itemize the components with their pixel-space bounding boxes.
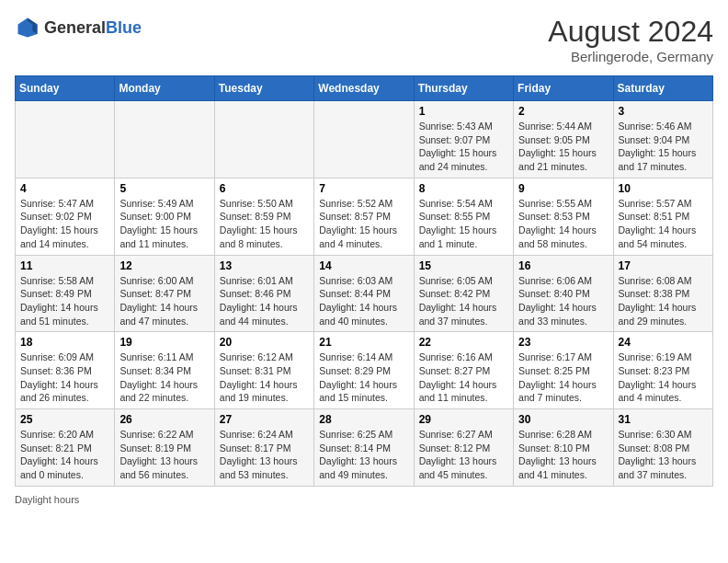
calendar-header-row: Sunday Monday Tuesday Wednesday Thursday… — [16, 76, 713, 101]
day-info: Sunrise: 6:14 AM Sunset: 8:29 PM Dayligh… — [319, 350, 408, 405]
day-number: 4 — [20, 182, 109, 195]
header-thursday: Thursday — [414, 76, 513, 101]
day-number: 19 — [119, 336, 209, 349]
day-number: 7 — [319, 182, 408, 195]
footer-note: Daylight hours — [15, 494, 713, 505]
logo-general: General — [44, 18, 106, 37]
day-number: 21 — [319, 336, 408, 349]
day-number: 17 — [619, 259, 708, 272]
day-number: 31 — [619, 413, 708, 426]
table-row: 28Sunrise: 6:25 AM Sunset: 8:14 PM Dayli… — [314, 409, 414, 487]
day-number: 24 — [619, 336, 708, 349]
day-info: Sunrise: 5:49 AM Sunset: 9:00 PM Dayligh… — [119, 197, 209, 251]
day-info: Sunrise: 6:28 AM Sunset: 8:10 PM Dayligh… — [518, 428, 608, 482]
table-row: 16Sunrise: 6:06 AM Sunset: 8:40 PM Dayli… — [514, 255, 613, 332]
table-row: 23Sunrise: 6:17 AM Sunset: 8:25 PM Dayli… — [514, 332, 613, 409]
calendar-week-row: 18Sunrise: 6:09 AM Sunset: 8:36 PM Dayli… — [16, 332, 713, 409]
day-info: Sunrise: 5:58 AM Sunset: 8:49 PM Dayligh… — [20, 274, 109, 328]
day-info: Sunrise: 6:27 AM Sunset: 8:12 PM Dayligh… — [419, 428, 508, 482]
day-info: Sunrise: 5:54 AM Sunset: 8:55 PM Dayligh… — [419, 197, 508, 251]
table-row: 3Sunrise: 5:46 AM Sunset: 9:04 PM Daylig… — [613, 101, 712, 178]
day-info: Sunrise: 6:12 AM Sunset: 8:31 PM Dayligh… — [220, 350, 309, 405]
day-number: 20 — [220, 336, 309, 349]
title-block: August 2024 Berlingerode, Germany — [548, 15, 713, 64]
page-header: GeneralBlue August 2024 Berlingerode, Ge… — [15, 15, 713, 64]
day-info: Sunrise: 6:06 AM Sunset: 8:40 PM Dayligh… — [518, 274, 608, 328]
table-row: 30Sunrise: 6:28 AM Sunset: 8:10 PM Dayli… — [514, 409, 613, 487]
logo: GeneralBlue — [15, 15, 142, 40]
day-info: Sunrise: 6:22 AM Sunset: 8:19 PM Dayligh… — [119, 428, 209, 482]
day-number: 22 — [419, 336, 508, 349]
table-row: 4Sunrise: 5:47 AM Sunset: 9:02 PM Daylig… — [16, 178, 115, 255]
day-info: Sunrise: 6:19 AM Sunset: 8:23 PM Dayligh… — [619, 350, 708, 405]
header-sunday: Sunday — [16, 76, 115, 101]
table-row: 8Sunrise: 5:54 AM Sunset: 8:55 PM Daylig… — [414, 178, 513, 255]
day-number: 1 — [419, 105, 508, 118]
table-row: 20Sunrise: 6:12 AM Sunset: 8:31 PM Dayli… — [214, 332, 313, 409]
calendar-week-row: 1Sunrise: 5:43 AM Sunset: 9:07 PM Daylig… — [16, 101, 713, 178]
table-row: 29Sunrise: 6:27 AM Sunset: 8:12 PM Dayli… — [414, 409, 513, 487]
month-year: August 2024 — [548, 15, 713, 49]
day-number: 25 — [20, 413, 109, 426]
day-number: 27 — [220, 413, 309, 426]
day-number: 14 — [319, 259, 408, 272]
day-number: 13 — [220, 259, 309, 272]
day-info: Sunrise: 6:05 AM Sunset: 8:42 PM Dayligh… — [419, 274, 508, 328]
table-row: 12Sunrise: 6:00 AM Sunset: 8:47 PM Dayli… — [115, 255, 214, 332]
day-info: Sunrise: 6:20 AM Sunset: 8:21 PM Dayligh… — [20, 428, 109, 482]
table-row: 27Sunrise: 6:24 AM Sunset: 8:17 PM Dayli… — [214, 409, 313, 487]
day-info: Sunrise: 6:03 AM Sunset: 8:44 PM Dayligh… — [319, 274, 408, 328]
day-number: 28 — [319, 413, 408, 426]
day-info: Sunrise: 6:00 AM Sunset: 8:47 PM Dayligh… — [119, 274, 209, 328]
day-info: Sunrise: 5:57 AM Sunset: 8:51 PM Dayligh… — [619, 197, 708, 251]
day-number: 8 — [419, 182, 508, 195]
header-monday: Monday — [115, 76, 214, 101]
header-saturday: Saturday — [613, 76, 712, 101]
day-number: 29 — [419, 413, 508, 426]
logo-blue: Blue — [106, 18, 142, 37]
day-info: Sunrise: 5:44 AM Sunset: 9:05 PM Dayligh… — [518, 120, 608, 174]
day-number: 9 — [518, 182, 608, 195]
location: Berlingerode, Germany — [548, 49, 713, 64]
day-number: 2 — [518, 105, 608, 118]
day-info: Sunrise: 6:09 AM Sunset: 8:36 PM Dayligh… — [20, 350, 109, 405]
calendar-table: Sunday Monday Tuesday Wednesday Thursday… — [15, 75, 713, 487]
day-number: 15 — [419, 259, 508, 272]
day-info: Sunrise: 5:50 AM Sunset: 8:59 PM Dayligh… — [220, 197, 309, 251]
table-row: 22Sunrise: 6:16 AM Sunset: 8:27 PM Dayli… — [414, 332, 513, 409]
day-number: 12 — [119, 259, 209, 272]
day-info: Sunrise: 5:55 AM Sunset: 8:53 PM Dayligh… — [518, 197, 608, 251]
day-info: Sunrise: 6:17 AM Sunset: 8:25 PM Dayligh… — [518, 350, 608, 405]
table-row: 24Sunrise: 6:19 AM Sunset: 8:23 PM Dayli… — [613, 332, 712, 409]
day-info: Sunrise: 6:25 AM Sunset: 8:14 PM Dayligh… — [319, 428, 408, 482]
day-number: 6 — [220, 182, 309, 195]
day-number: 30 — [518, 413, 608, 426]
table-row — [115, 101, 214, 178]
table-row — [16, 101, 115, 178]
day-info: Sunrise: 6:11 AM Sunset: 8:34 PM Dayligh… — [119, 350, 209, 405]
day-number: 18 — [20, 336, 109, 349]
day-number: 23 — [518, 336, 608, 349]
table-row: 2Sunrise: 5:44 AM Sunset: 9:05 PM Daylig… — [514, 101, 613, 178]
day-info: Sunrise: 5:43 AM Sunset: 9:07 PM Dayligh… — [419, 120, 508, 174]
table-row: 5Sunrise: 5:49 AM Sunset: 9:00 PM Daylig… — [115, 178, 214, 255]
table-row: 13Sunrise: 6:01 AM Sunset: 8:46 PM Dayli… — [214, 255, 313, 332]
logo-icon — [15, 15, 40, 40]
day-number: 26 — [119, 413, 209, 426]
table-row: 6Sunrise: 5:50 AM Sunset: 8:59 PM Daylig… — [214, 178, 313, 255]
calendar-week-row: 11Sunrise: 5:58 AM Sunset: 8:49 PM Dayli… — [16, 255, 713, 332]
day-info: Sunrise: 6:01 AM Sunset: 8:46 PM Dayligh… — [220, 274, 309, 328]
calendar-week-row: 25Sunrise: 6:20 AM Sunset: 8:21 PM Dayli… — [16, 409, 713, 487]
day-number: 10 — [619, 182, 708, 195]
calendar-week-row: 4Sunrise: 5:47 AM Sunset: 9:02 PM Daylig… — [16, 178, 713, 255]
table-row: 26Sunrise: 6:22 AM Sunset: 8:19 PM Dayli… — [115, 409, 214, 487]
table-row — [314, 101, 414, 178]
day-info: Sunrise: 6:16 AM Sunset: 8:27 PM Dayligh… — [419, 350, 508, 405]
table-row: 21Sunrise: 6:14 AM Sunset: 8:29 PM Dayli… — [314, 332, 414, 409]
table-row: 11Sunrise: 5:58 AM Sunset: 8:49 PM Dayli… — [16, 255, 115, 332]
header-friday: Friday — [514, 76, 613, 101]
table-row: 9Sunrise: 5:55 AM Sunset: 8:53 PM Daylig… — [514, 178, 613, 255]
table-row: 14Sunrise: 6:03 AM Sunset: 8:44 PM Dayli… — [314, 255, 414, 332]
day-info: Sunrise: 5:47 AM Sunset: 9:02 PM Dayligh… — [20, 197, 109, 251]
day-number: 5 — [119, 182, 209, 195]
